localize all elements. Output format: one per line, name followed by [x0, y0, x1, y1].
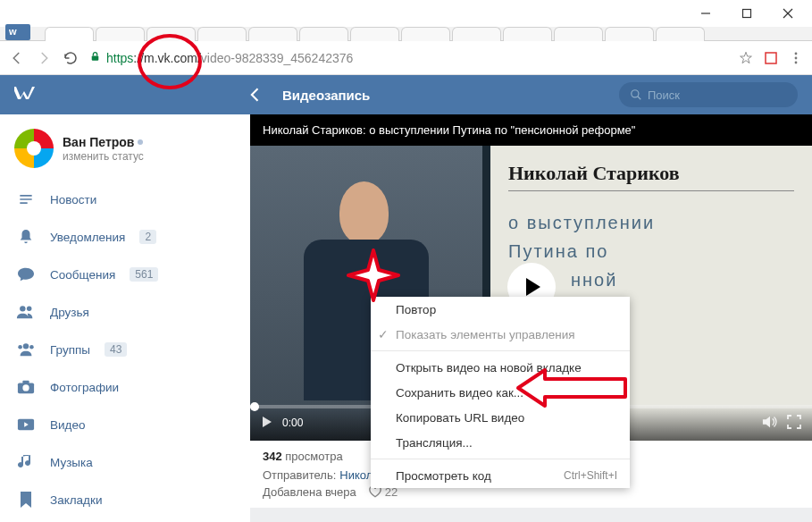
- window-close-button[interactable]: [767, 0, 808, 27]
- sidebar-item-messages[interactable]: Сообщения561: [0, 256, 250, 293]
- browser-tab[interactable]: [45, 27, 94, 41]
- sidebar-item-label: Музыка: [50, 456, 93, 469]
- ctx-show-controls[interactable]: ✓Показать элементы управления: [371, 322, 630, 347]
- svg-point-13: [23, 343, 29, 349]
- sidebar-item-label: Группы: [50, 343, 90, 357]
- browser-tab-strip: w: [0, 27, 812, 41]
- avatar: [14, 129, 54, 168]
- browser-tab[interactable]: [503, 27, 552, 41]
- svg-point-6: [795, 52, 798, 55]
- badge: 2: [139, 230, 156, 244]
- url-scheme: https: [106, 51, 133, 65]
- news-icon: [16, 191, 36, 207]
- groups-icon: [16, 341, 36, 358]
- ctx-open-new-tab[interactable]: Открыть видео на новой вкладке: [371, 355, 630, 380]
- svg-rect-1: [743, 10, 751, 18]
- browser-tab[interactable]: [401, 27, 450, 41]
- ctx-save-as[interactable]: Сохранить видео как...Ctrl+S: [371, 380, 630, 405]
- views-count: 342: [263, 450, 282, 463]
- svg-point-12: [27, 307, 31, 312]
- forward-button[interactable]: [36, 50, 52, 66]
- svg-line-10: [638, 97, 641, 100]
- back-button[interactable]: [9, 50, 25, 66]
- svg-point-7: [795, 56, 798, 59]
- url-domain: ://m.vk.com/: [133, 51, 200, 65]
- sidebar-item-label: Фотографии: [50, 381, 119, 394]
- window-title-bar: [0, 0, 812, 27]
- sidebar-item-label: Закладки: [50, 493, 102, 507]
- url-path: video-9828339_456242376: [201, 51, 354, 65]
- sidebar-item-groups[interactable]: Группы43: [0, 331, 250, 368]
- sidebar-item-bookmarks[interactable]: Закладки: [0, 481, 250, 518]
- sidebar-item-photos[interactable]: Фотографии: [0, 368, 250, 406]
- browser-tab[interactable]: [248, 27, 297, 41]
- page-title: Видеозапись: [282, 88, 619, 103]
- vk-back-button[interactable]: [247, 86, 264, 104]
- lock-icon: [89, 51, 101, 65]
- bookmark-icon: [16, 491, 36, 509]
- context-menu: Повтор ✓Показать элементы управления Отк…: [371, 297, 630, 488]
- browser-address-bar: https://m.vk.com/video-9828339_456242376: [0, 41, 812, 75]
- sidebar-item-friends[interactable]: Друзья: [0, 293, 250, 331]
- video-title: Николай Стариков: о выступлении Путина п…: [250, 114, 812, 146]
- svg-point-17: [22, 384, 29, 391]
- ctx-repeat[interactable]: Повтор: [371, 297, 630, 322]
- play-icon[interactable]: [261, 416, 273, 431]
- browser-tab[interactable]: [554, 27, 603, 41]
- browser-tab[interactable]: [197, 27, 247, 41]
- browser-tab[interactable]: [299, 27, 348, 41]
- user-block[interactable]: Ван Петров изменить статус: [0, 122, 250, 181]
- browser-tab[interactable]: [605, 27, 654, 41]
- svg-point-14: [18, 345, 22, 349]
- browser-tab[interactable]: [96, 27, 145, 41]
- user-status[interactable]: изменить статус: [63, 150, 144, 163]
- fullscreen-icon[interactable]: [787, 415, 801, 432]
- sidebar-item-news[interactable]: Новости: [0, 181, 250, 218]
- vk-favicon: w: [9, 26, 17, 37]
- reload-button[interactable]: [63, 50, 79, 66]
- sidebar-item-notifications[interactable]: Уведомления2: [0, 218, 250, 256]
- ctx-copy-url[interactable]: Копировать URL видео: [371, 405, 630, 430]
- camera-icon: [16, 379, 36, 395]
- vk-header: Видеозапись Поиск: [0, 75, 812, 114]
- svg-point-15: [29, 345, 34, 349]
- added-label: Добавлена вчера: [263, 485, 356, 499]
- browser-tab[interactable]: [656, 27, 705, 41]
- sidebar-item-music[interactable]: Музыка: [0, 443, 250, 481]
- bell-icon: [16, 228, 36, 246]
- friends-icon: [16, 304, 36, 320]
- tab-ghosts: [45, 27, 803, 41]
- ctx-inspect[interactable]: Просмотреть кодCtrl+Shift+I: [371, 463, 630, 488]
- url-input[interactable]: https://m.vk.com/video-9828339_456242376: [89, 51, 728, 65]
- check-icon: ✓: [378, 327, 389, 341]
- video-icon: [16, 417, 36, 432]
- thumb-title: Николай Стариков: [508, 162, 794, 185]
- sidebar-item-video[interactable]: Видео: [0, 406, 250, 443]
- extension-icon[interactable]: [764, 51, 778, 65]
- vk-logo[interactable]: [14, 85, 247, 105]
- online-dot-icon: [138, 139, 143, 145]
- shortcut-label: Ctrl+S: [587, 386, 617, 399]
- ctx-stream[interactable]: Трансляция...: [371, 430, 630, 455]
- sidebar: Ван Петров изменить статус Новости Уведо…: [0, 114, 250, 522]
- svg-rect-18: [22, 381, 29, 384]
- user-name: Ван Петров: [63, 135, 134, 149]
- sidebar-item-label: Друзья: [50, 306, 89, 319]
- music-icon: [16, 453, 36, 471]
- star-icon[interactable]: [739, 51, 753, 65]
- chat-icon: [16, 266, 36, 282]
- search-placeholder: Поиск: [648, 88, 680, 102]
- window-maximize-button[interactable]: [726, 0, 767, 27]
- svg-point-9: [632, 90, 639, 97]
- svg-point-11: [20, 306, 25, 311]
- browser-tab[interactable]: [146, 27, 196, 41]
- views-label: просмотра: [282, 450, 343, 463]
- svg-point-8: [795, 61, 798, 63]
- browser-tab[interactable]: [350, 27, 399, 41]
- browser-tab[interactable]: [452, 27, 501, 41]
- sender-label: Отправитель:: [263, 468, 336, 482]
- window-minimize-button[interactable]: [685, 0, 726, 27]
- volume-icon[interactable]: [762, 415, 778, 432]
- menu-button[interactable]: [789, 51, 803, 65]
- search-input[interactable]: Поиск: [619, 82, 798, 107]
